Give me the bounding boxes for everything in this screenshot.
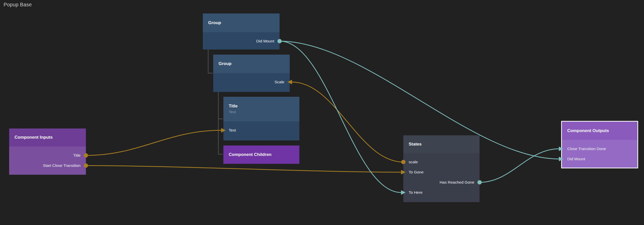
edge-group-outer-did-mount-to-states-to-here[interactable] bbox=[280, 41, 401, 192]
edge-states-scale-to-group-inner-scale[interactable] bbox=[292, 82, 403, 162]
to-here-input-port[interactable] bbox=[401, 190, 406, 195]
title-output-port[interactable] bbox=[84, 153, 88, 158]
edge-component-inputs-start-close-transition-to-states-to-gone[interactable] bbox=[86, 166, 401, 172]
did-mount-input-port[interactable] bbox=[559, 157, 563, 161]
tree-connector-line bbox=[208, 50, 213, 73]
text-input-port[interactable] bbox=[221, 128, 226, 133]
has-reached-gone-output-port[interactable] bbox=[478, 180, 482, 185]
did-mount-output-port[interactable] bbox=[278, 39, 282, 43]
edge-group-outer-did-mount-to-component-outputs-did-mount[interactable] bbox=[280, 41, 559, 159]
edge-component-inputs-title-to-title-text[interactable] bbox=[86, 130, 221, 155]
wires-layer bbox=[0, 0, 644, 225]
scale-input-port[interactable] bbox=[287, 80, 292, 84]
tree-connector-line bbox=[218, 92, 223, 119]
node-graph-canvas[interactable]: Popup Base GroupDid MountGroupScaleTitle… bbox=[0, 0, 644, 225]
tree-connector-line bbox=[218, 119, 223, 154]
to-gone-input-port[interactable] bbox=[401, 170, 406, 174]
start-close-transition-output-port[interactable] bbox=[84, 164, 88, 168]
close-transition-done-input-port[interactable] bbox=[559, 147, 563, 151]
scale-output-port[interactable] bbox=[401, 160, 406, 164]
edge-states-has-reached-gone-to-component-outputs-close-transition-done[interactable] bbox=[480, 149, 559, 182]
